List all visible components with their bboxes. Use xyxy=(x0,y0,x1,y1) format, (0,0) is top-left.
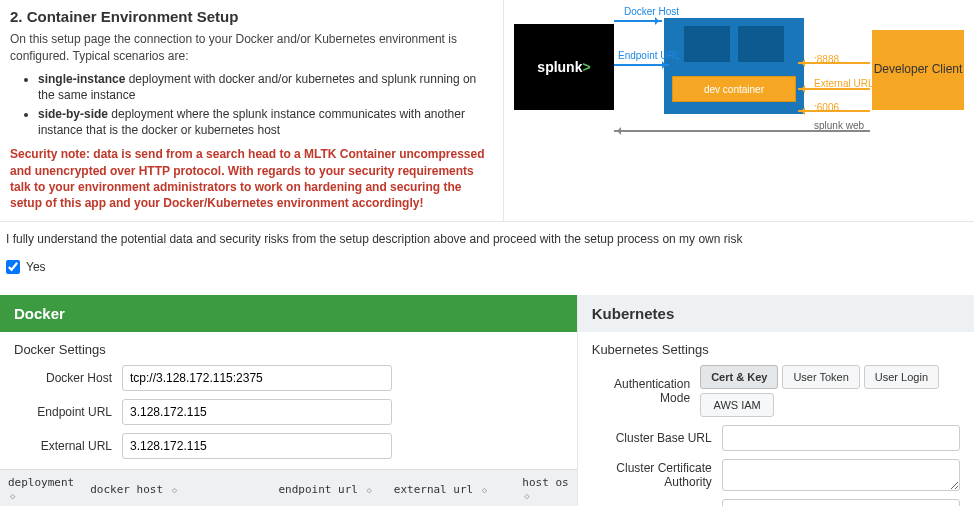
kubernetes-settings-heading: Kubernetes Settings xyxy=(578,332,974,361)
cluster-ca-textarea[interactable] xyxy=(722,459,960,491)
column-header[interactable]: external url ◇ xyxy=(386,470,515,506)
consent-yes-label: Yes xyxy=(26,260,46,274)
external-url-input[interactable] xyxy=(122,433,392,459)
auth-mode-option[interactable]: AWS IAM xyxy=(700,393,774,417)
label-docker-host: Docker Host xyxy=(624,6,679,17)
auth-mode-option[interactable]: Cert & Key xyxy=(700,365,778,389)
docker-settings-heading: Docker Settings xyxy=(0,332,577,361)
sort-icon: ◇ xyxy=(480,485,487,495)
consent-checkbox[interactable] xyxy=(6,260,20,274)
docker-host-input[interactable] xyxy=(122,365,392,391)
endpoint-url-input[interactable] xyxy=(122,399,392,425)
auth-mode-option[interactable]: User Login xyxy=(864,365,939,389)
auth-mode-buttons: Cert & KeyUser TokenUser LoginAWS IAM xyxy=(700,365,960,417)
scenario-list: single-instance deployment with docker a… xyxy=(10,71,493,139)
sort-icon: ◇ xyxy=(170,485,177,495)
column-header[interactable]: deployment ◇ xyxy=(0,470,82,506)
docker-panel-header: Docker xyxy=(0,295,577,332)
cluster-base-url-input[interactable] xyxy=(722,425,960,451)
label-docker-host: Docker Host xyxy=(14,371,122,385)
security-note: Security note: data is send from a searc… xyxy=(10,146,493,211)
label-cluster-base-url: Cluster Base URL xyxy=(592,431,722,445)
examples-table: deployment ◇docker host ◇endpoint url ◇e… xyxy=(0,469,577,506)
column-header[interactable]: endpoint url ◇ xyxy=(270,470,385,506)
consent-checkbox-label[interactable]: Yes xyxy=(6,260,46,274)
developer-client-box: Developer Client xyxy=(872,30,964,110)
label-cluster-ca: Cluster Certificate Authority xyxy=(592,461,722,489)
sort-icon: ◇ xyxy=(365,485,372,495)
splunk-box: splunk> xyxy=(514,24,614,110)
label-endpoint-url: Endpoint URL xyxy=(618,50,680,61)
section-title: 2. Container Environment Setup xyxy=(10,8,493,25)
label-auth-mode: Authentication Mode xyxy=(592,377,700,405)
label-external-url: External URL xyxy=(14,439,122,453)
label-endpoint-url: Endpoint URL xyxy=(14,405,122,419)
consent-text: I fully understand the potential data an… xyxy=(0,222,974,250)
sort-icon: ◇ xyxy=(8,491,15,501)
auth-mode-option[interactable]: User Token xyxy=(782,365,859,389)
intro-text: On this setup page the connection to you… xyxy=(10,31,493,65)
sort-icon: ◇ xyxy=(522,491,529,501)
dev-container-box: dev container xyxy=(672,76,796,102)
architecture-diagram: splunk> dev container Developer Client D… xyxy=(514,6,964,136)
column-header[interactable]: docker host ◇ xyxy=(82,470,270,506)
scenario-item: single-instance deployment with docker a… xyxy=(38,71,493,103)
column-header[interactable]: host os ◇ xyxy=(514,470,576,506)
kubernetes-panel-header: Kubernetes xyxy=(578,295,974,332)
client-cert-textarea[interactable] xyxy=(722,499,960,506)
scenario-item: side-by-side deployment where the splunk… xyxy=(38,106,493,138)
